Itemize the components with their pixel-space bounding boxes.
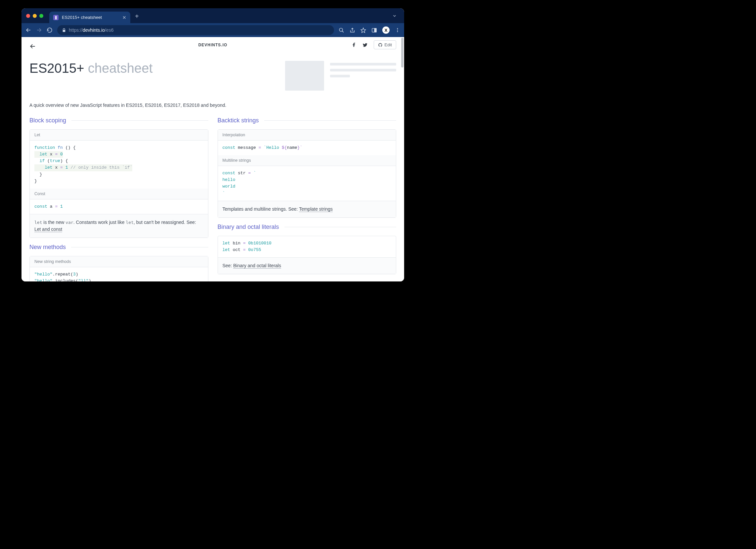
svg-rect-6 bbox=[374, 28, 376, 32]
browser-window: ❚ ES2015+ cheatsheet ✕ + https://devhint… bbox=[21, 8, 404, 281]
code-block: const str = ` hello world ` bbox=[218, 166, 396, 201]
section-new-methods: New methods bbox=[29, 244, 208, 251]
right-column: Backtick strings Interpolation const mes… bbox=[218, 117, 397, 281]
profile-avatar[interactable]: X bbox=[382, 26, 390, 34]
page-title: ES2015+ cheatsheet bbox=[29, 61, 153, 76]
header-right: Edit bbox=[352, 40, 396, 49]
svg-point-2 bbox=[339, 28, 343, 31]
card-header: Const bbox=[30, 189, 208, 199]
facebook-icon[interactable] bbox=[352, 42, 357, 47]
card-string-methods: New string methods "hello".repeat(3) "he… bbox=[29, 256, 208, 281]
link-template-strings[interactable]: Template strings bbox=[299, 206, 333, 212]
card-header: Let bbox=[30, 130, 208, 141]
panel-icon[interactable] bbox=[371, 27, 377, 33]
left-column: Block scoping Let function fn () { let x… bbox=[29, 117, 208, 281]
tabs-menu-button[interactable] bbox=[392, 14, 397, 18]
site-back-button[interactable] bbox=[29, 43, 36, 50]
code-block: const a = 1 bbox=[30, 199, 208, 214]
site-brand[interactable]: DEVHINTS.IO bbox=[198, 43, 228, 47]
search-icon[interactable] bbox=[339, 27, 344, 33]
card-note: let is the new var. Constants work just … bbox=[30, 214, 208, 237]
github-icon bbox=[378, 43, 383, 47]
ad-image-placeholder bbox=[285, 61, 324, 91]
window-minimize-button[interactable] bbox=[33, 14, 37, 18]
link-binary-octal[interactable]: Binary and octal literals bbox=[233, 263, 281, 269]
hero: ES2015+ cheatsheet bbox=[29, 53, 396, 91]
code-block: let bin = 0b1010010 let oct = 0o755 bbox=[218, 236, 396, 257]
section-binary-octal: Binary and octal literals bbox=[218, 224, 397, 231]
card-let: Let function fn () { let x = 0 if (true)… bbox=[29, 129, 208, 238]
url-text: https://devhints.io/es6 bbox=[69, 27, 113, 33]
ad-text-placeholder bbox=[330, 61, 396, 91]
card-backtick: Interpolation const message = `Hello ${n… bbox=[218, 129, 397, 218]
svg-point-8 bbox=[397, 30, 398, 31]
svg-line-3 bbox=[342, 31, 344, 32]
new-tab-button[interactable]: + bbox=[135, 13, 139, 20]
ad-placeholder bbox=[285, 61, 396, 91]
section-backtick: Backtick strings bbox=[218, 117, 397, 124]
svg-marker-4 bbox=[361, 28, 365, 32]
link-let-const[interactable]: Let and const bbox=[34, 227, 62, 232]
menu-icon[interactable] bbox=[395, 27, 400, 33]
twitter-icon[interactable] bbox=[362, 42, 368, 48]
code-block: "hello".repeat(3) "hello".includes("ll") bbox=[30, 267, 208, 281]
page-subtitle: A quick overview of new JavaScript featu… bbox=[29, 103, 396, 108]
card-header: New string methods bbox=[30, 256, 208, 267]
card-note: Templates and multiline strings. See: Te… bbox=[218, 201, 396, 217]
page-content: ES2015+ cheatsheet A quick overview of n… bbox=[21, 53, 404, 281]
window-zoom-button[interactable] bbox=[39, 14, 43, 18]
code-block: function fn () { let x = 0 if (true) { l… bbox=[30, 141, 208, 189]
svg-point-9 bbox=[397, 31, 398, 32]
card-header: Multiline strings bbox=[218, 155, 396, 166]
code-block: const message = `Hello ${name}` bbox=[218, 141, 396, 155]
nav-forward-button[interactable] bbox=[36, 27, 42, 33]
svg-point-7 bbox=[397, 28, 398, 29]
lock-icon bbox=[62, 28, 66, 32]
browser-tab[interactable]: ❚ ES2015+ cheatsheet ✕ bbox=[49, 12, 130, 23]
title-bar: ❚ ES2015+ cheatsheet ✕ + bbox=[21, 8, 404, 23]
share-icon[interactable] bbox=[350, 27, 355, 33]
nav-back-button[interactable] bbox=[25, 27, 31, 33]
tab-close-button[interactable]: ✕ bbox=[122, 15, 126, 20]
page-viewport: DEVHINTS.IO Edit ES2015+ cheatsheet bbox=[21, 37, 404, 281]
tab-favicon-icon: ❚ bbox=[53, 15, 59, 20]
page-header: DEVHINTS.IO Edit bbox=[21, 37, 404, 53]
card-note: See: Binary and octal literals bbox=[218, 257, 396, 274]
card-header: Interpolation bbox=[218, 130, 396, 141]
window-close-button[interactable] bbox=[26, 14, 30, 18]
tab-title: ES2015+ cheatsheet bbox=[62, 15, 119, 20]
card-binary-octal: let bin = 0b1010010 let oct = 0o755 See:… bbox=[218, 236, 397, 274]
section-block-scoping: Block scoping bbox=[29, 117, 208, 124]
edit-button-label: Edit bbox=[385, 42, 392, 47]
url-bar[interactable]: https://devhints.io/es6 bbox=[57, 25, 334, 35]
edit-button[interactable]: Edit bbox=[374, 40, 396, 49]
bookmark-icon[interactable] bbox=[360, 27, 366, 33]
browser-toolbar: https://devhints.io/es6 X bbox=[21, 23, 404, 37]
traffic-lights bbox=[26, 14, 43, 18]
toolbar-icons: X bbox=[339, 26, 400, 34]
nav-reload-button[interactable] bbox=[47, 27, 53, 33]
